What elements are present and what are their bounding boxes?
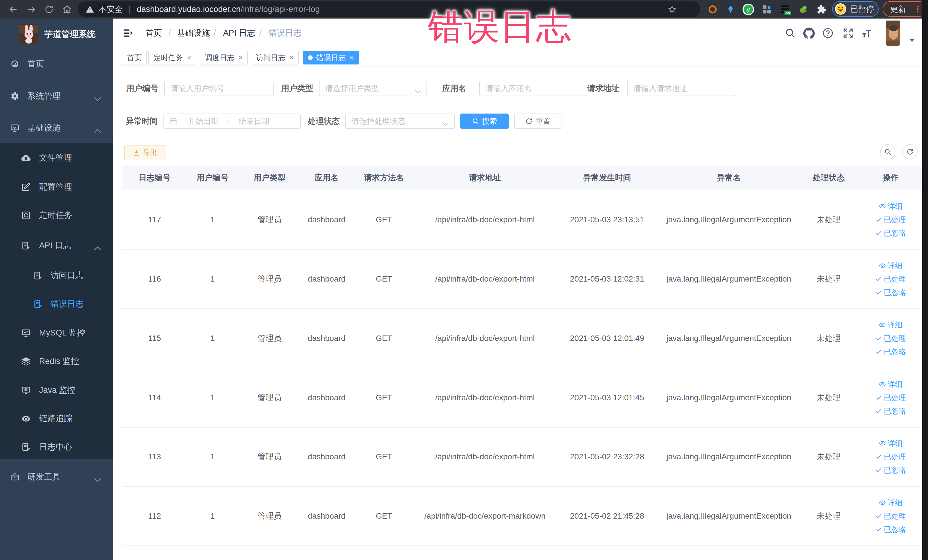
svg-text:y: y	[746, 5, 750, 13]
svg-text:on: on	[785, 11, 790, 15]
